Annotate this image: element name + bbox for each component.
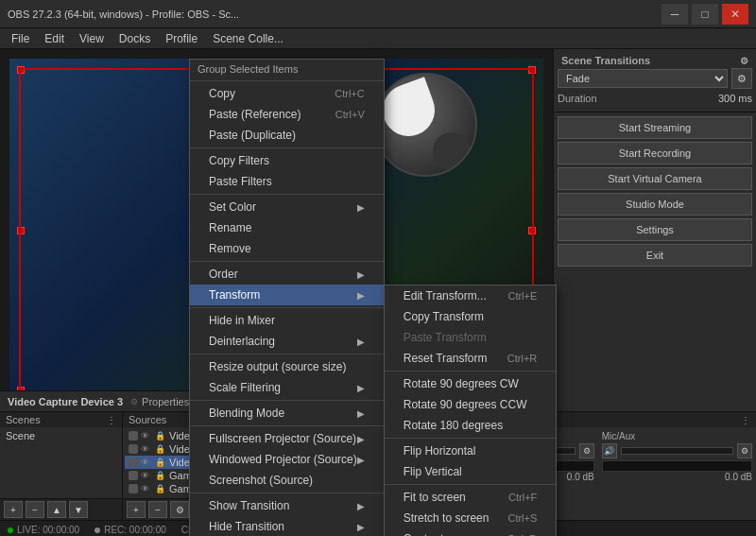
ctx-deinterlacing[interactable]: Deinterlacing ▶ — [190, 331, 384, 352]
ctx-fullscreen-projector[interactable]: Fullscreen Projector (Source) ▶ — [190, 428, 384, 449]
separator-2 — [190, 147, 384, 148]
source-lock-icon-2[interactable]: 🔒 — [155, 458, 166, 467]
source-visibility-icon-4[interactable]: 👁 — [141, 484, 152, 493]
scene-add-button[interactable]: + — [4, 501, 23, 518]
ctx-transform[interactable]: Transform ▶ Edit Transform... Ctrl+E Cop… — [190, 285, 384, 305]
desktop-settings-button[interactable]: ⚙ — [579, 443, 594, 458]
source-add-button[interactable]: + — [127, 501, 146, 518]
mic-level-meter — [602, 460, 752, 472]
rec-status: REC: 00:00:00 — [94, 525, 166, 535]
ctx-remove[interactable]: Remove — [190, 238, 384, 259]
ctx-rotate-180[interactable]: Rotate 180 degrees — [385, 415, 557, 436]
ctx-screenshot[interactable]: Screenshot (Source) — [190, 470, 384, 491]
scene-down-button[interactable]: ▼ — [69, 501, 88, 518]
ctx-center-to-screen[interactable]: Center to screen Ctrl+D — [385, 528, 557, 536]
scenes-options-icon[interactable]: ⋮ — [107, 415, 116, 425]
ctx-paste-transform: Paste Transform — [385, 327, 557, 348]
mic-audio-label: Mic/Aux — [602, 431, 752, 441]
ctx-copy[interactable]: Copy Ctrl+C — [190, 83, 384, 104]
source-visibility-icon-1[interactable]: 👁 — [141, 444, 152, 454]
scenes-controls: + − ▲ ▼ — [0, 498, 122, 520]
ctx-stretch-to-screen[interactable]: Stretch to screen Ctrl+S — [385, 508, 557, 528]
ctx-rotate-ccw[interactable]: Rotate 90 degrees CCW — [385, 394, 557, 415]
context-menu-transform: Edit Transform... Ctrl+E Copy Transform … — [384, 285, 558, 536]
ctx-reset-transform[interactable]: Reset Transform Ctrl+R — [385, 348, 557, 369]
ctx-hide-in-mixer[interactable]: Hide in Mixer — [190, 310, 384, 331]
scene-up-button[interactable]: ▲ — [47, 501, 66, 518]
source-type-icon-1 — [129, 444, 138, 454]
source-type-icon-4 — [129, 484, 138, 493]
context-menu-level1: Group Selected Items Copy Ctrl+C Paste (… — [189, 59, 385, 536]
mic-settings-button[interactable]: ⚙ — [737, 443, 752, 458]
menu-view[interactable]: View — [72, 30, 112, 47]
ctx-order[interactable]: Order ▶ — [190, 264, 384, 285]
source-type-icon-0 — [129, 431, 138, 441]
ctx-paste-filters[interactable]: Paste Filters — [190, 171, 384, 192]
source-lock-icon-4[interactable]: 🔒 — [155, 484, 166, 493]
menu-scene-collections[interactable]: Scene Colle... — [205, 30, 291, 47]
source-visibility-icon-2[interactable]: 👁 — [141, 458, 152, 467]
menu-bar: File Edit View Docks Profile Scene Colle… — [0, 28, 756, 49]
live-indicator — [8, 527, 13, 533]
rec-indicator — [94, 527, 100, 533]
minimize-button[interactable]: ─ — [662, 4, 688, 25]
ctx-copy-filters[interactable]: Copy Filters — [190, 150, 384, 171]
ctx-windowed-projector[interactable]: Windowed Projector (Source) ▶ — [190, 449, 384, 470]
window-controls: ─ □ ✕ — [662, 4, 748, 25]
audio-options-icon[interactable]: ⋮ — [741, 415, 750, 425]
scene-remove-button[interactable]: − — [26, 501, 44, 518]
ctx-copy-transform[interactable]: Copy Transform — [385, 306, 557, 327]
mic-mute-button[interactable]: 🔊 — [602, 443, 617, 458]
ctx-set-color[interactable]: Set Color ▶ — [190, 197, 384, 217]
ctx-resize-output[interactable]: Resize output (source size) — [190, 356, 384, 377]
source-settings-button[interactable]: ⚙ — [170, 501, 189, 518]
ctx-flip-vertical[interactable]: Flip Vertical — [385, 461, 557, 482]
scenes-panel-title: Scenes ⋮ — [0, 412, 122, 427]
source-lock-icon-1[interactable]: 🔒 — [155, 444, 166, 454]
source-visibility-icon-3[interactable]: 👁 — [141, 471, 152, 480]
menu-profile[interactable]: Profile — [158, 30, 205, 47]
scene-item[interactable]: Scene — [2, 429, 120, 442]
ctx-edit-transform[interactable]: Edit Transform... Ctrl+E — [385, 285, 557, 306]
menu-file[interactable]: File — [4, 30, 37, 47]
ctx-flip-horizontal[interactable]: Flip Horizontal — [385, 441, 557, 461]
source-lock-icon-0[interactable]: 🔒 — [155, 431, 166, 441]
scenes-list: Scene — [0, 427, 122, 498]
menu-docks[interactable]: Docks — [112, 30, 158, 47]
source-lock-icon-3[interactable]: 🔒 — [155, 471, 166, 480]
separator-8 — [190, 425, 384, 426]
ctx-rename[interactable]: Rename — [190, 217, 384, 238]
separator-3 — [190, 194, 384, 195]
source-visibility-icon-0[interactable]: 👁 — [141, 431, 152, 441]
rec-time: REC: 00:00:00 — [104, 525, 166, 535]
ctx-paste-duplicate[interactable]: Paste (Duplicate) — [190, 125, 384, 146]
separator-9 — [190, 493, 384, 493]
ctx-scale-filtering[interactable]: Scale Filtering ▶ — [190, 377, 384, 398]
ctx-show-transition[interactable]: Show Transition ▶ — [190, 495, 384, 516]
ctx-rotate-cw[interactable]: Rotate 90 degrees CW — [385, 373, 557, 394]
close-button[interactable]: ✕ — [722, 4, 748, 25]
source-remove-button[interactable]: − — [148, 501, 167, 518]
ctx-hide-transition[interactable]: Hide Transition ▶ — [190, 516, 384, 536]
mic-audio-controls: 🔊 ⚙ — [602, 443, 752, 458]
maximize-button[interactable]: □ — [692, 4, 718, 25]
ctx-fit-to-screen[interactable]: Fit to screen Ctrl+F — [385, 487, 557, 508]
transform-sep-1 — [385, 371, 557, 372]
transform-sep-3 — [385, 484, 557, 485]
separator-6 — [190, 354, 384, 354]
audio-channel-mic: Mic/Aux 🔊 ⚙ 0.0 dB — [602, 431, 752, 516]
ctx-blending-mode[interactable]: Blending Mode ▶ — [190, 403, 384, 424]
separator-5 — [190, 307, 384, 308]
separator-4 — [190, 261, 384, 262]
title-bar: OBS 27.2.3 (64-bit, windows) - Profile: … — [0, 0, 756, 28]
scenes-panel: Scenes ⋮ Scene + − ▲ ▼ — [0, 412, 123, 520]
ctx-paste-reference[interactable]: Paste (Reference) Ctrl+V — [190, 104, 384, 125]
transform-sep-2 — [385, 438, 557, 439]
source-type-icon-2 — [129, 458, 138, 467]
menu-edit[interactable]: Edit — [37, 30, 72, 47]
live-status: LIVE: 00:00:00 — [8, 525, 79, 535]
ctx-group-selected-items: Group Selected Items — [190, 60, 384, 78]
mic-audio-bar — [621, 447, 733, 455]
source-type-icon-3 — [129, 471, 138, 480]
context-menu-overlay: Group Selected Items Copy Ctrl+C Paste (… — [0, 49, 756, 411]
